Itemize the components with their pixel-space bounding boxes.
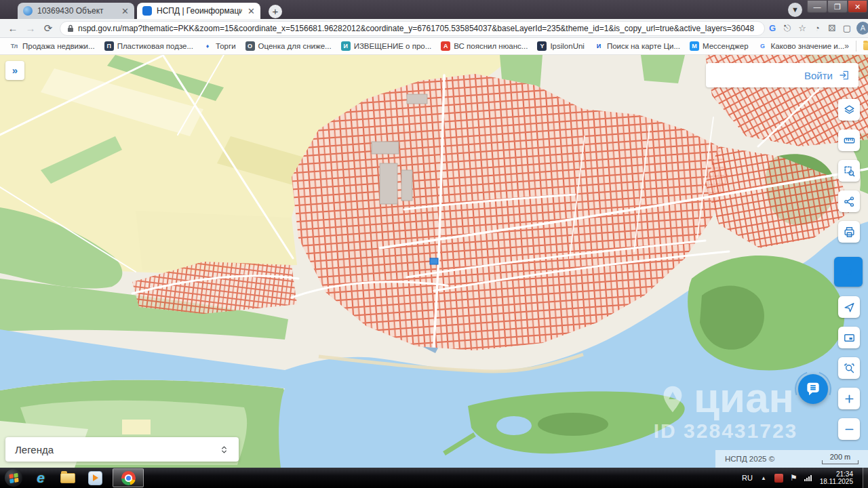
bookmark-label: Продажа недвижи... — [22, 42, 95, 50]
media-player-button[interactable] — [81, 468, 108, 488]
locate-button[interactable] — [838, 296, 860, 318]
ie-icon: e — [37, 470, 45, 486]
extensions-puzzle-icon[interactable]: ⚄ — [825, 23, 840, 33]
legend-label: Легенда — [15, 444, 54, 455]
extension1-icon[interactable]: ◔ — [810, 23, 825, 33]
minimap-button[interactable] — [838, 327, 860, 348]
share-page-icon[interactable]: ⎋ — [780, 23, 795, 34]
legend-panel[interactable]: Легенда — [5, 437, 239, 462]
bookmark-google[interactable]: G Каково значение и... — [758, 41, 845, 51]
clock-time: 21:34 — [820, 470, 853, 478]
zoom-out-button[interactable] — [838, 418, 860, 440]
tab1-favicon — [23, 6, 33, 16]
language-indicator[interactable]: RU — [742, 474, 753, 482]
share-button[interactable] — [838, 190, 860, 212]
tab-nspd-active[interactable]: НСПД | Геоинформационный п ✕ — [137, 3, 260, 19]
system-tray: RU ▲ ⚑ 21:34 18.11.2025 — [742, 468, 868, 488]
browser-toolbar: ← → ⟳ nspd.gov.ru/map?thematic=PKK&zoom=… — [0, 19, 868, 38]
bookmark-label: Оценка для сниже... — [258, 42, 332, 50]
chrome-icon — [121, 471, 136, 485]
antivirus-tray-icon[interactable] — [774, 474, 783, 483]
bookmark-label: Мессенджер — [703, 42, 749, 50]
new-tab-button[interactable]: + — [269, 5, 282, 18]
bookmark-label: Поиск на карте Ци... — [607, 42, 680, 50]
tab-search-icon[interactable]: ▼ — [788, 3, 802, 17]
chat-bubble-icon — [804, 380, 822, 398]
measure-button[interactable] — [838, 129, 860, 151]
expand-panel-button[interactable]: » — [5, 61, 24, 80]
nspd-tool-button[interactable] — [834, 257, 863, 287]
scale-bar: 200 m — [822, 453, 859, 464]
bookmark-label: IpsilonUni — [550, 42, 585, 50]
bookmark-ipsilonuni[interactable]: Y IpsilonUni — [537, 41, 585, 51]
bookmark-cian-map[interactable]: И Поиск на карте Ци... — [594, 41, 680, 51]
select-area-button[interactable] — [838, 160, 860, 182]
bookmark-favicon: П — [104, 41, 114, 51]
tab1-close-icon[interactable]: ✕ — [121, 7, 129, 16]
reading-mode-icon[interactable]: ▢ — [840, 23, 854, 33]
media-player-icon — [88, 471, 102, 485]
address-bar[interactable]: nspd.gov.ru/map?thematic=PKK&zoom=15&coo… — [60, 21, 765, 36]
internet-explorer-button[interactable]: e — [27, 468, 54, 488]
folder-icon — [863, 43, 868, 50]
bookmark-messenger[interactable]: М Мессенджер — [690, 41, 749, 51]
search-on-map-button[interactable] — [838, 357, 860, 379]
login-bar[interactable]: Войти — [706, 63, 859, 87]
bookmark-izveschenie[interactable]: И ИЗВЕЩЕНИЕ о про... — [341, 41, 432, 51]
tab-object[interactable]: 10369430 Объект ✕ — [18, 3, 134, 19]
bookmark-label: Каково значение и... — [771, 42, 845, 50]
tab2-favicon — [142, 6, 152, 16]
bookmarks-overflow-icon[interactable]: » — [844, 41, 849, 51]
map-canvas[interactable]: » Войти — [0, 55, 868, 468]
tray-expand-icon[interactable]: ▲ — [761, 475, 766, 481]
bookmark-favicon: О — [245, 41, 255, 51]
bookmark-plastikovaya[interactable]: П Пластиковая подзе... — [104, 41, 193, 51]
windows-logo-icon — [9, 472, 18, 483]
back-icon[interactable]: ← — [4, 22, 22, 34]
layers-button[interactable] — [838, 99, 860, 121]
attribution-text: НСПД 2025 © — [725, 455, 774, 463]
bookmark-ocenka[interactable]: О Оценка для сниже... — [245, 41, 332, 51]
taskbar-clock[interactable]: 21:34 18.11.2025 — [820, 470, 853, 485]
start-button[interactable] — [0, 468, 27, 488]
tab2-title: НСПД | Геоинформационный п — [157, 6, 242, 16]
scale-label: 200 m — [822, 453, 859, 460]
bookmark-prodazha[interactable]: Тл Продажа недвижи... — [9, 41, 95, 51]
url-text: nspd.gov.ru/map?thematic=PKK&zoom=15&coo… — [78, 24, 754, 33]
window-minimize-button[interactable]: — — [807, 0, 827, 13]
login-label: Войти — [804, 70, 833, 81]
tab1-title: 10369430 Объект — [37, 6, 116, 16]
bookmark-favicon: Тл — [9, 41, 19, 51]
folder-icon — [60, 473, 75, 483]
profile-avatar[interactable]: A — [856, 22, 868, 35]
network-signal-icon[interactable] — [804, 475, 812, 481]
login-icon — [838, 69, 850, 81]
print-button[interactable] — [838, 221, 860, 243]
chat-fab-button[interactable] — [795, 371, 831, 407]
lock-icon — [67, 24, 74, 33]
show-desktop-button[interactable] — [863, 468, 868, 488]
bookmark-favicon: М — [690, 41, 699, 51]
window-restore-button[interactable]: ❐ — [827, 0, 848, 13]
browser-titlebar: 10369430 Объект ✕ НСПД | Геоинформационн… — [0, 0, 868, 19]
bookmark-favicon: А — [441, 41, 450, 51]
bookmark-torgi[interactable]: ♦ Торги — [203, 41, 236, 51]
reload-icon[interactable]: ⟳ — [39, 22, 57, 35]
file-explorer-button[interactable] — [54, 468, 81, 488]
legend-expand-icon[interactable] — [219, 445, 229, 455]
bookmark-star-icon[interactable]: ☆ — [795, 23, 810, 33]
zoom-in-button[interactable] — [838, 388, 860, 409]
window-close-button[interactable]: ✕ — [848, 0, 867, 13]
google-account-icon[interactable]: G — [765, 23, 780, 33]
bookmark-favicon: И — [594, 41, 604, 51]
bookmark-label: ИЗВЕЩЕНИЕ о про... — [354, 42, 432, 50]
bookmark-favicon: И — [341, 41, 351, 51]
clock-date: 18.11.2025 — [820, 478, 853, 485]
chrome-taskbar-button[interactable] — [113, 468, 144, 487]
bookmark-favicon: Y — [537, 41, 547, 51]
tab2-close-icon[interactable]: ✕ — [248, 7, 255, 16]
forward-icon[interactable]: → — [22, 22, 39, 34]
action-center-flag-icon[interactable]: ⚑ — [790, 473, 797, 483]
bookmark-vs-poyasnil[interactable]: А ВС пояснил нюанс... — [441, 41, 528, 51]
other-bookmarks-button[interactable]: Другие закладки — [863, 38, 868, 54]
